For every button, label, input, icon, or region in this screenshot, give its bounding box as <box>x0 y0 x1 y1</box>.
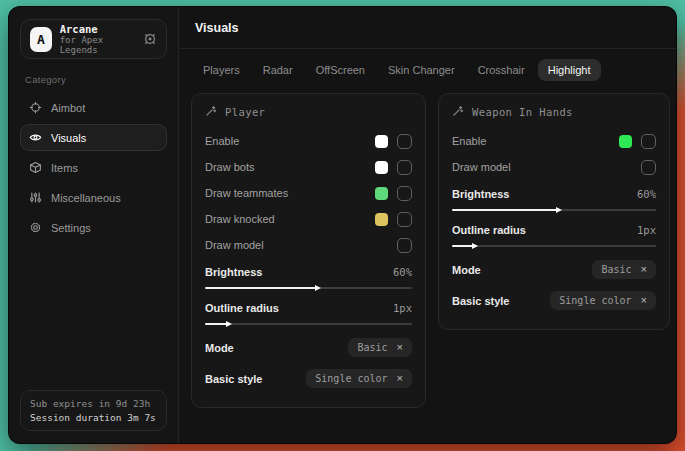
sidebar-item-label: Settings <box>51 222 91 234</box>
sidebar-item-items[interactable]: Items <box>20 154 167 181</box>
checkbox[interactable] <box>397 238 412 253</box>
subscription-status: Sub expires in 9d 23h Session duration 3… <box>20 390 167 431</box>
page-header: Visuals <box>179 7 677 49</box>
toggle-label: Draw bots <box>205 161 255 173</box>
session-duration-text: Session duration 3m 7s <box>30 412 157 423</box>
slider-thumb[interactable] <box>315 285 321 291</box>
slider-thumb[interactable] <box>226 321 232 327</box>
close-icon[interactable]: × <box>641 264 647 275</box>
panel-player-header: Player <box>205 105 412 119</box>
tab-bar: Players Radar OffScreen Skin Changer Cro… <box>179 49 677 81</box>
toggle-label: Enable <box>205 135 239 147</box>
select-value: Basic <box>601 264 631 275</box>
tab-skin-changer[interactable]: Skin Changer <box>378 59 465 81</box>
main-area: Visuals Players Radar OffScreen Skin Cha… <box>179 7 677 443</box>
wand-icon <box>205 105 217 119</box>
toggle-row-draw-model: Draw model <box>452 154 656 180</box>
slider-label: Brightness <box>452 188 509 200</box>
slider-thumb[interactable] <box>472 243 478 249</box>
panel-weapon-header: Weapon In Hands <box>452 105 656 119</box>
sidebar-item-aimbot[interactable]: Aimbot <box>20 94 167 121</box>
brightness-slider[interactable] <box>205 287 412 289</box>
tab-offscreen[interactable]: OffScreen <box>306 59 375 81</box>
close-icon[interactable]: × <box>641 295 647 306</box>
checkbox[interactable] <box>641 160 656 175</box>
checkbox[interactable] <box>397 134 412 149</box>
select-label: Basic style <box>452 295 509 307</box>
sidebar-item-settings[interactable]: Settings <box>20 214 167 241</box>
panel-title: Weapon In Hands <box>472 106 573 118</box>
select-label: Basic style <box>205 373 262 385</box>
slider-label: Brightness <box>205 266 262 278</box>
close-icon[interactable]: × <box>397 342 403 353</box>
basic-style-select[interactable]: Single color × <box>550 291 656 310</box>
select-row-mode: Mode Basic × <box>452 254 656 285</box>
panel-title: Player <box>225 106 265 118</box>
slider-label: Outline radius <box>205 302 279 314</box>
outline-radius-slider[interactable] <box>452 245 656 247</box>
slider-thumb[interactable] <box>556 207 562 213</box>
toggle-row-draw-bots: Draw bots <box>205 154 412 180</box>
toggle-label: Draw model <box>205 239 264 251</box>
content: Player Enable Draw bots <box>179 81 677 420</box>
mode-select[interactable]: Basic × <box>592 260 656 279</box>
select-value: Single color <box>559 295 631 306</box>
toggle-row-enable: Enable <box>452 128 656 154</box>
toggle-row-draw-model: Draw model <box>205 232 412 258</box>
slider-row-brightness: Brightness 60% <box>205 260 412 284</box>
select-value: Single color <box>315 373 387 384</box>
select-label: Mode <box>452 264 481 276</box>
slider-value: 1px <box>393 302 412 314</box>
select-label: Mode <box>205 342 234 354</box>
sidebar-item-label: Aimbot <box>51 102 85 114</box>
desktop-background: A Arcane for Apex Legends Category Aimbo… <box>0 0 685 451</box>
tab-radar[interactable]: Radar <box>253 59 303 81</box>
slider-row-outline-radius: Outline radius 1px <box>452 218 656 242</box>
brightness-slider[interactable] <box>452 209 656 211</box>
sidebar-item-miscellaneous[interactable]: Miscellaneous <box>20 184 167 211</box>
tab-players[interactable]: Players <box>193 59 250 81</box>
box-icon <box>29 161 42 174</box>
app-tagline: for Apex Legends <box>60 35 135 55</box>
toggle-label: Draw teammates <box>205 187 288 199</box>
slider-value: 60% <box>393 266 412 278</box>
tab-highlight[interactable]: Highlight <box>538 59 601 81</box>
sidebar-item-label: Miscellaneous <box>51 192 121 204</box>
color-swatch[interactable] <box>375 213 388 226</box>
checkbox[interactable] <box>397 212 412 227</box>
toggle-label: Draw model <box>452 161 511 173</box>
toggle-label: Draw knocked <box>205 213 275 225</box>
outline-radius-slider[interactable] <box>205 323 412 325</box>
app-logo: A <box>30 27 52 52</box>
panel-weapon-in-hands: Weapon In Hands Enable Draw model <box>438 93 670 330</box>
select-row-mode: Mode Basic × <box>205 332 412 363</box>
mode-select[interactable]: Basic × <box>348 338 412 357</box>
checkbox[interactable] <box>397 160 412 175</box>
sidebar: A Arcane for Apex Legends Category Aimbo… <box>9 7 179 443</box>
sliders-icon <box>29 191 42 204</box>
sidebar-item-label: Visuals <box>51 132 86 144</box>
eye-icon <box>29 131 42 144</box>
page-title: Visuals <box>195 21 239 35</box>
checkbox[interactable] <box>641 134 656 149</box>
color-swatch[interactable] <box>619 135 632 148</box>
slider-row-outline-radius: Outline radius 1px <box>205 296 412 320</box>
checkbox[interactable] <box>397 186 412 201</box>
color-swatch[interactable] <box>375 135 388 148</box>
slider-value: 1px <box>637 224 656 236</box>
tab-crosshair[interactable]: Crosshair <box>468 59 535 81</box>
close-icon[interactable]: × <box>397 373 403 384</box>
color-swatch[interactable] <box>375 161 388 174</box>
basic-style-select[interactable]: Single color × <box>306 369 412 388</box>
slider-value: 60% <box>637 188 656 200</box>
sidebar-item-visuals[interactable]: Visuals <box>20 124 167 151</box>
toggle-label: Enable <box>452 135 486 147</box>
slider-label: Outline radius <box>452 224 526 236</box>
gear-icon <box>29 221 42 234</box>
target-icon[interactable] <box>143 32 157 46</box>
panel-player: Player Enable Draw bots <box>191 93 426 408</box>
crosshair-icon <box>29 101 42 114</box>
color-swatch[interactable] <box>375 187 388 200</box>
select-row-basic-style: Basic style Single color × <box>452 285 656 316</box>
toggle-row-enable: Enable <box>205 128 412 154</box>
